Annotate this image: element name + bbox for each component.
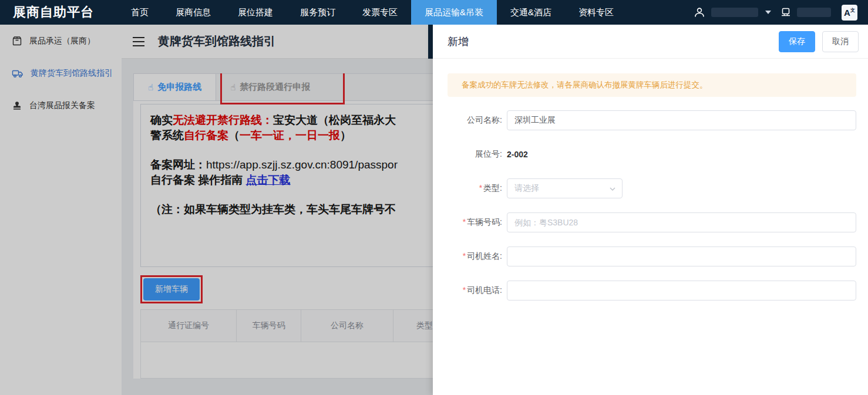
nav-user-area: A文 xyxy=(694,0,868,25)
redacted-phone xyxy=(797,8,831,17)
type-select[interactable]: 请选择 xyxy=(507,178,623,198)
lang-letter: A xyxy=(844,8,850,18)
language-icon[interactable]: A文 xyxy=(842,5,857,21)
drawer-header: 新增 保存 取消 xyxy=(433,25,868,59)
chevron-down-icon[interactable] xyxy=(765,11,771,14)
driver-phone-field[interactable] xyxy=(507,281,856,301)
cancel-button[interactable]: 取消 xyxy=(822,31,859,52)
nav-item-invoice-zone[interactable]: 发票专区 xyxy=(349,0,411,25)
drawer-actions: 保存 取消 xyxy=(779,31,859,52)
type-label-text: 类型: xyxy=(483,183,502,193)
required-mark: * xyxy=(463,251,466,261)
user-icon xyxy=(694,6,705,18)
driver-name-label-text: 司机姓名: xyxy=(467,251,502,261)
form-row-company-name: 公司名称: xyxy=(448,110,856,130)
driver-phone-label-text: 司机电话: xyxy=(467,285,502,295)
nav-item-traffic-hotel[interactable]: 交通&酒店 xyxy=(497,0,565,25)
nav-item-home[interactable]: 首页 xyxy=(117,0,162,25)
nav-item-booth-setup[interactable]: 展位搭建 xyxy=(224,0,287,25)
chevron-down-icon xyxy=(609,185,616,193)
type-label: *类型: xyxy=(448,183,502,194)
driver-name-label: *司机姓名: xyxy=(448,251,502,262)
required-mark: * xyxy=(463,285,466,295)
nav-menu: 首页 展商信息 展位搭建 服务预订 发票专区 展品运输&吊装 交通&酒店 资料专… xyxy=(117,0,627,25)
nav-item-service-booking[interactable]: 服务预订 xyxy=(287,0,349,25)
save-button[interactable]: 保存 xyxy=(779,31,815,52)
nav-item-exhibit-transport[interactable]: 展品运输&吊装 xyxy=(411,0,497,25)
type-select-placeholder: 请选择 xyxy=(514,183,539,194)
company-name-field[interactable] xyxy=(507,110,856,130)
vehicle-number-label-text: 车辆号码: xyxy=(467,217,502,227)
phone-icon xyxy=(780,7,791,18)
vehicle-number-label: *车辆号码: xyxy=(448,217,502,228)
platform-logo: 展商自助平台 xyxy=(0,0,117,25)
required-mark: * xyxy=(463,217,466,227)
form-row-type: *类型: 请选择 xyxy=(448,178,856,198)
form-row-vehicle-number: *车辆号码: xyxy=(448,212,856,232)
nav-item-exhibitor-info[interactable]: 展商信息 xyxy=(162,0,224,25)
nav-item-material-zone[interactable]: 资料专区 xyxy=(565,0,627,25)
required-mark: * xyxy=(479,183,482,193)
booth-number-value: 2-002 xyxy=(507,150,528,159)
warning-alert: 备案成功的车牌无法修改，请各展商确认布撤展黄牌车辆后进行提交。 xyxy=(448,73,856,97)
driver-name-field[interactable] xyxy=(507,247,856,266)
add-vehicle-drawer: 新增 保存 取消 备案成功的车牌无法修改，请各展商确认布撤展黄牌车辆后进行提交。… xyxy=(433,25,868,395)
company-name-label: 公司名称: xyxy=(448,115,502,126)
drawer-body: 备案成功的车牌无法修改，请各展商确认布撤展黄牌车辆后进行提交。 公司名称: 展位… xyxy=(433,59,868,301)
redacted-username[interactable] xyxy=(711,8,758,17)
vehicle-number-field[interactable] xyxy=(507,212,856,232)
driver-phone-label: *司机电话: xyxy=(448,285,502,296)
lang-cjk: 文 xyxy=(850,7,855,13)
drawer-title: 新增 xyxy=(448,35,469,49)
drawer-overlay-mask[interactable] xyxy=(0,25,433,395)
form-row-driver-phone: *司机电话: xyxy=(448,281,856,301)
form-row-booth-number: 展位号: 2-002 xyxy=(448,144,856,164)
form-row-driver-name: *司机姓名: xyxy=(448,247,856,266)
booth-number-label: 展位号: xyxy=(448,149,502,160)
top-navbar: 展商自助平台 首页 展商信息 展位搭建 服务预订 发票专区 展品运输&吊装 交通… xyxy=(0,0,868,25)
